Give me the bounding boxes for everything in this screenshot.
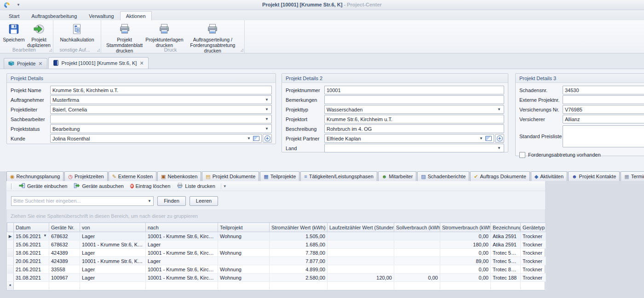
grid-cell[interactable] (146, 282, 218, 290)
grid-cell[interactable]: Wohnung (218, 249, 270, 257)
detail-tab[interactable]: ✎ Externe Kosten (109, 171, 156, 181)
grid-cell[interactable] (218, 282, 270, 290)
grid-cell[interactable] (218, 240, 270, 249)
toolbar-button[interactable]: Geräte einbuchen (16, 181, 70, 191)
grid-cell[interactable]: Lager (80, 265, 146, 274)
column-header[interactable]: Stromverbrauch (kWh) (440, 223, 491, 232)
checkbox[interactable] (519, 152, 525, 158)
grid-cell[interactable]: 2.580,00 (270, 274, 328, 282)
ribbon-tab[interactable]: Auftragsbearbeitung (25, 11, 83, 20)
column-header[interactable]: Gerätetyp (521, 223, 546, 232)
text-field[interactable] (324, 95, 504, 104)
dropdown-field[interactable]: Elfriede Kaplan▼ (324, 134, 494, 143)
grid-cell[interactable]: 10001 - Krumme Str.6, Kirchheim u.T. (146, 265, 218, 274)
grid-cell[interactable]: 21.06.2021 (14, 265, 49, 274)
text-field[interactable]: 10001 (324, 86, 504, 94)
group-by-drop-area[interactable]: Ziehen Sie eine Spaltenüberschrift in di… (6, 210, 545, 222)
ribbon-button[interactable]: Nachkalkulation ▼ (57, 21, 97, 43)
detail-tab[interactable]: ◷ Projektzeiten (64, 171, 107, 181)
table-row[interactable]: 18.06.2021424389Lager10001 - Krumme Str.… (7, 249, 546, 257)
grid-cell[interactable]: Trotec 5921 (491, 249, 521, 257)
grid-cell[interactable]: Trockner (521, 249, 546, 257)
detail-tab[interactable]: ◉ Rechnungsplanung (6, 171, 63, 181)
toolbar-button[interactable]: Liste drucken (174, 181, 218, 191)
grid-cell[interactable]: 20.06.2021 (14, 257, 49, 265)
chevron-down-icon[interactable]: ▼ (148, 199, 151, 203)
contact-card-icon[interactable] (485, 136, 492, 141)
grid-cell[interactable] (328, 240, 394, 249)
grid-cell[interactable]: Wohnung (218, 232, 270, 240)
grid-cell[interactable]: 180,00 (440, 240, 491, 249)
grid-cell[interactable]: 33558 (49, 265, 80, 274)
grid-cell[interactable]: 15.06.2021 (14, 240, 49, 249)
grid-cell[interactable]: 0,00 (440, 265, 491, 274)
grid-cell[interactable]: 1.505,00 (270, 232, 328, 240)
grid-cell[interactable] (328, 282, 394, 290)
grid-cell[interactable]: Wohnung (218, 274, 270, 282)
grid-cell[interactable]: Lager (80, 274, 146, 282)
column-header[interactable]: Datum (14, 223, 49, 232)
grid-cell[interactable] (394, 232, 440, 240)
chevron-down-icon[interactable]: ▼ (264, 107, 270, 111)
table-row[interactable]: 20.06.202142438910001 - Krumme Str.6, Ki… (7, 257, 546, 265)
grid-cell[interactable]: 120,00 (328, 274, 394, 282)
grid-cell[interactable] (440, 282, 491, 290)
ribbon-tab[interactable]: Verwaltung (83, 11, 120, 20)
dropdown-field[interactable]: Bearbeitung▼ (50, 124, 272, 133)
text-field[interactable]: 34530 (563, 86, 644, 94)
grid-cell[interactable]: 18.06.2021 (14, 249, 49, 257)
text-field[interactable]: Krumme Str.6, Kirchheim u.T. (50, 86, 272, 94)
grid-cell[interactable]: 100967 (49, 274, 80, 282)
detail-tab[interactable]: ▨ Schadenberichte (417, 171, 469, 181)
grid-cell[interactable]: Lager (146, 240, 218, 249)
table-row[interactable]: 31.08.2021100967Lager10001 - Krumme Str.… (7, 274, 546, 282)
search-combo[interactable]: ▼ (11, 196, 154, 206)
grid-cell[interactable] (328, 232, 394, 240)
grid-cell[interactable]: 678632 (49, 240, 80, 249)
grid-cell[interactable]: Trotec 5921 (491, 257, 521, 265)
chevron-down-icon[interactable]: ▼ (496, 107, 502, 111)
grid-cell[interactable]: Lager (80, 232, 146, 240)
chevron-down-icon[interactable]: ▼ (43, 234, 47, 238)
grid-cell[interactable]: Trockner (521, 240, 546, 249)
grid-cell[interactable]: Trotec 8872 (491, 265, 521, 274)
grid-cell[interactable]: Wohnung (218, 265, 270, 274)
ribbon-button[interactable]: Projekt duplizieren ▼ (27, 21, 51, 49)
ribbon-tab[interactable]: Start (3, 11, 25, 20)
detail-tab[interactable]: ☻ Mitarbeiter (378, 171, 417, 181)
column-header[interactable]: Teilprojekt (218, 223, 270, 232)
column-header[interactable]: nach (146, 223, 218, 232)
add-button[interactable]: + (495, 134, 504, 143)
grid-cell[interactable] (491, 282, 521, 290)
grid-cell[interactable]: 1.685,00 (270, 240, 328, 249)
column-header[interactable]: Bezeichnung (491, 223, 521, 232)
close-icon[interactable]: ✕ (139, 60, 144, 66)
toolbar-grip[interactable] (11, 183, 12, 189)
toolbar-overflow-icon[interactable]: ▼ (221, 183, 229, 189)
add-button[interactable]: + (263, 134, 272, 143)
dropdown-field[interactable]: Musterfirma▼ (50, 95, 272, 104)
grid-cell[interactable]: 10001 - Krumme Str.6, Kirchheim u.T. (146, 249, 218, 257)
detail-tab[interactable]: ▤ Projekt Dokumente (202, 171, 259, 181)
grid-cell[interactable]: Atika 2591 (491, 240, 521, 249)
group-expand-icon[interactable]: ◿ (241, 48, 243, 52)
grid-cell[interactable] (218, 257, 270, 265)
chevron-down-icon[interactable]: ▼ (264, 98, 270, 102)
grid-cell[interactable]: 0,00 (440, 274, 491, 282)
grid-cell[interactable] (270, 282, 328, 290)
grid-cell[interactable]: 0,00 (440, 249, 491, 257)
document-tab[interactable]: Projekt [10001] [Krumme Str.6, K] ✕ (48, 57, 149, 69)
grid-cell[interactable]: 10001 - Krumme Str.6, Kirchheim u.T. (146, 232, 218, 240)
chevron-down-icon[interactable]: ▼ (478, 136, 484, 140)
grid-cell[interactable]: 4.899,00 (270, 265, 328, 274)
document-tab[interactable]: Projekte ✕ (4, 58, 47, 69)
grid-cell[interactable]: 0,00 (394, 274, 440, 282)
grid-cell[interactable] (394, 265, 440, 274)
grid-cell[interactable] (394, 257, 440, 265)
column-header[interactable]: Stromzähler Wert (kWh) (270, 223, 328, 232)
grid-cell[interactable]: 424389 (49, 249, 80, 257)
table-row[interactable]: 21.06.202133558Lager10001 - Krumme Str.6… (7, 265, 546, 274)
find-button[interactable]: Finden (157, 196, 186, 206)
new-row[interactable]: * (7, 282, 546, 290)
grid-cell[interactable] (394, 249, 440, 257)
